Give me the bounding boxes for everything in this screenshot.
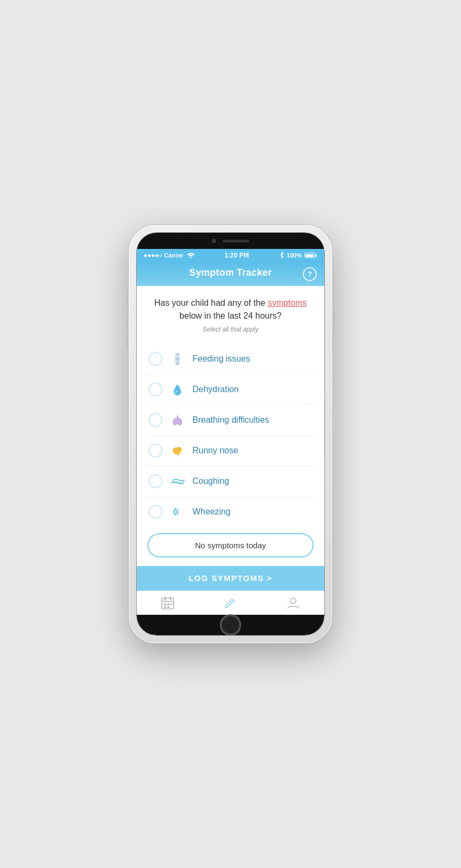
radio-wheezing[interactable]: [148, 505, 162, 519]
phone-screen: Carrier 1:20 PM 100%: [136, 232, 325, 636]
svg-rect-15: [164, 606, 166, 608]
symptom-item-feeding[interactable]: Feeding issues: [145, 344, 316, 374]
status-time: 1:20 PM: [225, 252, 249, 259]
label-wheezing: Wheezing: [192, 507, 230, 517]
signal-dot-2: [148, 254, 151, 257]
select-hint: Select all that apply: [147, 326, 314, 333]
home-button[interactable]: [221, 615, 240, 635]
svg-rect-16: [167, 606, 169, 608]
svg-rect-12: [164, 604, 166, 605]
signal-dot-1: [144, 254, 147, 257]
wifi-icon: [187, 252, 195, 259]
speaker: [222, 240, 249, 242]
carrier-label: Carrier: [164, 252, 183, 259]
nav-profile[interactable]: [286, 595, 301, 610]
svg-rect-14: [170, 604, 172, 605]
signal-dot-3: [152, 254, 154, 257]
radio-dehydration[interactable]: [148, 382, 162, 396]
phone-frame: Carrier 1:20 PM 100%: [129, 225, 332, 643]
bluetooth-icon: [279, 251, 284, 260]
battery-label: 100%: [287, 252, 302, 259]
log-bar-text: LOG SYMPTOMS >: [189, 573, 272, 583]
signal-dot-4: [155, 254, 158, 257]
status-bar: Carrier 1:20 PM 100%: [137, 249, 324, 262]
breathing-icon: [169, 411, 186, 429]
svg-point-7: [174, 448, 181, 455]
app-title: Symptom Tracker: [189, 267, 272, 278]
radio-feeding[interactable]: [148, 352, 162, 366]
wheezing-icon: [169, 503, 186, 520]
symptom-item-dehydration[interactable]: Dehydration: [145, 374, 316, 405]
no-symptoms-button[interactable]: No symptoms today: [147, 533, 314, 557]
svg-rect-13: [167, 604, 169, 605]
radio-coughing[interactable]: [148, 474, 162, 488]
camera: [212, 239, 216, 243]
symptoms-link[interactable]: symptoms: [267, 298, 307, 307]
coughing-icon: [169, 473, 186, 490]
question-section: Has your child had any of the symptoms b…: [137, 286, 324, 344]
nav-calendar[interactable]: [160, 595, 175, 610]
radio-runny[interactable]: [148, 444, 162, 458]
app-header: Symptom Tracker ?: [137, 262, 324, 286]
status-right: 100%: [279, 251, 317, 260]
label-runny: Runny nose: [192, 446, 238, 455]
symptom-item-coughing[interactable]: Coughing: [145, 466, 316, 497]
symptom-item-wheezing[interactable]: Wheezing: [145, 497, 316, 527]
battery-icon: [304, 253, 317, 258]
signal-dot-5: [159, 254, 162, 257]
app-content: Has your child had any of the symptoms b…: [137, 286, 324, 615]
log-symptoms-button[interactable]: LOG SYMPTOMS >: [137, 566, 324, 591]
signal-dots: [144, 254, 162, 257]
bottom-nav: [137, 591, 324, 615]
top-bezel: [137, 233, 324, 249]
symptom-item-runny[interactable]: Runny nose: [145, 436, 316, 466]
label-feeding: Feeding issues: [192, 354, 250, 364]
nav-edit[interactable]: [223, 595, 238, 610]
label-dehydration: Dehydration: [192, 385, 239, 394]
symptom-list: Feeding issues Dehydration: [137, 344, 324, 527]
symptom-item-breathing[interactable]: Breathing difficulties: [145, 405, 316, 436]
svg-point-2: [175, 363, 180, 365]
bottom-bezel: [137, 615, 324, 635]
svg-point-18: [291, 598, 296, 604]
label-coughing: Coughing: [192, 476, 229, 486]
question-text: Has your child had any of the symptoms b…: [147, 297, 314, 322]
feeding-icon: [169, 350, 186, 367]
status-left: Carrier: [144, 252, 195, 259]
radio-breathing[interactable]: [148, 413, 162, 427]
help-button[interactable]: ?: [303, 267, 317, 281]
svg-rect-0: [175, 354, 180, 355]
dehydration-icon: [169, 381, 186, 398]
runny-icon: [169, 442, 186, 459]
label-breathing: Breathing difficulties: [192, 415, 269, 425]
